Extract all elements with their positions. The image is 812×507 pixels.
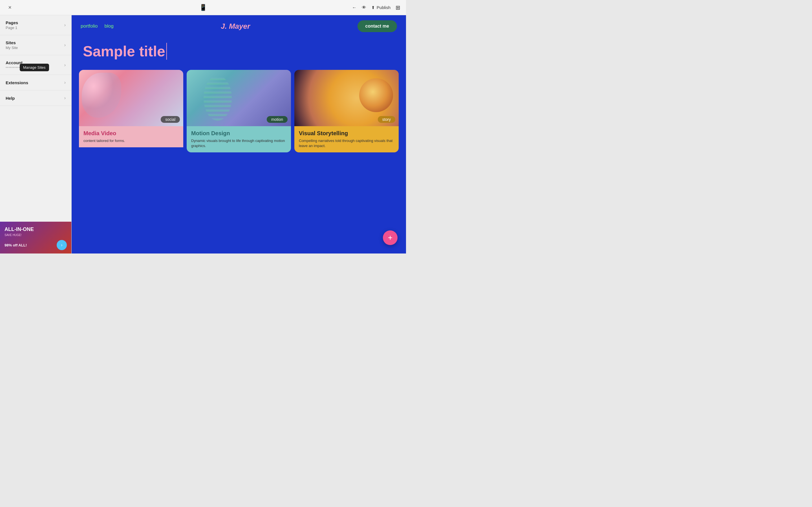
sidebar-item-pages-content: Pages Page 1 (6, 20, 18, 30)
phone-icon[interactable]: 📱 (199, 4, 207, 11)
card-motion-tag: motion (267, 116, 288, 123)
site-logo: J. Mayer (221, 22, 250, 31)
close-button[interactable]: × (6, 3, 14, 12)
sidebar-item-pages[interactable]: Pages Page 1 › (0, 15, 71, 35)
site-contact-button[interactable]: contact me (357, 20, 397, 32)
fab-button[interactable]: + (383, 230, 398, 245)
layout-icon[interactable]: ⊞ (396, 4, 400, 11)
sidebar-item-pages-title: Pages (6, 20, 18, 25)
sidebar-item-extensions[interactable]: Extensions › (0, 75, 71, 91)
back-button[interactable]: ← (352, 5, 357, 10)
nav-link-blog[interactable]: blog (104, 23, 113, 29)
card-social-title: Media Video (84, 130, 179, 136)
card-social-desc: content tailored for forms. (84, 138, 179, 144)
chevron-right-icon: › (64, 62, 66, 68)
sidebar-item-extensions-content: Extensions (6, 80, 28, 85)
sidebar-item-help-title: Help (6, 96, 15, 101)
publish-upload-icon: ⬆ (371, 5, 375, 10)
canvas-area: portfolio blog J. Mayer contact me Sampl… (71, 15, 406, 253)
back-icon: ← (352, 5, 357, 10)
promo-footer: 98% off ALL! › (4, 240, 67, 250)
card-social-image: social (79, 70, 183, 126)
card-story-title: Visual Storytelling (299, 130, 394, 136)
sidebar: Pages Page 1 › Sites My Site › Manage Si… (0, 15, 71, 253)
sidebar-item-help[interactable]: Help › (0, 91, 71, 106)
promo-subtitle: SAVE HUGE! (4, 233, 67, 237)
card-story-image: story (294, 70, 399, 126)
sidebar-item-pages-subtitle: Page 1 (6, 25, 18, 30)
sidebar-item-account-content: Account ••••••••••@•••.•• (6, 60, 33, 69)
card-story[interactable]: story Visual Storytelling Compelling nar… (294, 70, 399, 152)
promo-title: ALL-IN-ONE (4, 227, 67, 232)
preview-icon: 👁 (362, 5, 366, 10)
promo-arrow-button[interactable]: › (57, 240, 67, 250)
cards-section: social Media Video content tailored for … (71, 68, 406, 154)
card-motion-body: Motion Design Dynamic visuals brought to… (187, 126, 291, 152)
card-motion-image: motion (187, 70, 291, 126)
card-social[interactable]: social Media Video content tailored for … (79, 70, 183, 152)
preview-button[interactable]: 👁 (362, 5, 366, 10)
sidebar-item-account[interactable]: Account ••••••••••@•••.•• › (0, 55, 71, 75)
publish-button[interactable]: ⬆ Publish (371, 5, 391, 10)
card-story-body: Visual Storytelling Compelling narrative… (294, 126, 399, 152)
chevron-right-icon: › (64, 80, 66, 85)
sidebar-item-sites[interactable]: Sites My Site › (0, 35, 71, 55)
card-motion[interactable]: motion Motion Design Dynamic visuals bro… (187, 70, 291, 152)
sidebar-item-account-title: Account (6, 60, 33, 65)
site-hero-title[interactable]: Sample title (83, 43, 167, 60)
chevron-right-icon: › (64, 96, 66, 101)
chevron-right-icon: › (64, 22, 66, 27)
top-bar-right: ← 👁 ⬆ Publish ⊞ (352, 4, 400, 11)
sidebar-item-sites-title: Sites (6, 40, 18, 45)
site-hero: Sample title (71, 37, 406, 68)
card-social-tag: social (161, 116, 180, 123)
card-story-tag: story (378, 116, 395, 123)
card-story-desc: Compelling narratives told through capti… (299, 138, 394, 149)
site-nav: portfolio blog J. Mayer contact me (71, 15, 406, 37)
sidebar-item-sites-content: Sites My Site (6, 40, 18, 50)
top-bar: × 📱 ← 👁 ⬆ Publish ⊞ (0, 0, 406, 15)
site-preview: portfolio blog J. Mayer contact me Sampl… (71, 15, 406, 253)
top-bar-center: 📱 (199, 4, 207, 11)
publish-label: Publish (377, 5, 391, 10)
card-motion-title: Motion Design (191, 130, 287, 136)
chevron-right-icon: › (64, 43, 66, 48)
site-nav-left: portfolio blog (81, 23, 114, 29)
nav-link-portfolio[interactable]: portfolio (81, 23, 98, 29)
sidebar-item-account-email: ••••••••••@•••.•• (6, 66, 33, 69)
card-motion-desc: Dynamic visuals brought to life through … (191, 138, 287, 149)
sidebar-item-sites-subtitle: My Site (6, 46, 18, 50)
promo-discount: 98% off ALL! (4, 243, 27, 247)
main-area: Pages Page 1 › Sites My Site › Manage Si… (0, 15, 406, 253)
sidebar-item-help-content: Help (6, 96, 15, 101)
top-bar-left: × (6, 3, 14, 12)
sidebar-item-extensions-title: Extensions (6, 80, 28, 85)
card-social-body: Media Video content tailored for forms. (79, 126, 183, 147)
promo-banner: ALL-IN-ONE SAVE HUGE! 98% off ALL! › (0, 222, 71, 253)
